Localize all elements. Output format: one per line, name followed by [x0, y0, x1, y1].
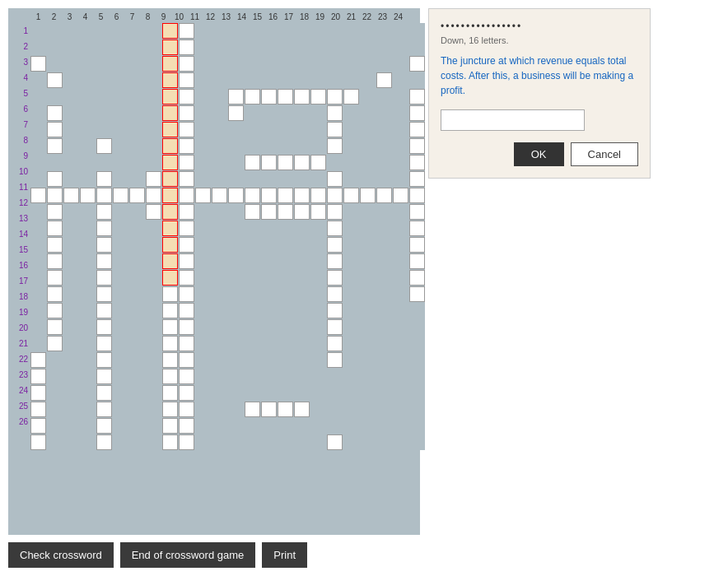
cell-10-24[interactable]: [409, 171, 425, 187]
cell-11-5[interactable]: [96, 188, 112, 203]
cell-18-9[interactable]: [162, 303, 178, 318]
cell-9-17[interactable]: [294, 155, 310, 170]
cell-26-19[interactable]: [327, 434, 343, 450]
cell-11-2[interactable]: [47, 188, 63, 203]
cell-4-10[interactable]: [179, 72, 194, 88]
cell-5-13[interactable]: [228, 89, 244, 105]
cell-16-19[interactable]: [327, 270, 343, 286]
cell-8-10[interactable]: [179, 138, 194, 154]
cell-11-7[interactable]: [129, 188, 145, 203]
cell-11-24[interactable]: [409, 188, 425, 203]
cell-24-17[interactable]: [294, 402, 310, 417]
cell-15-24[interactable]: [409, 253, 425, 269]
cell-20-10[interactable]: [179, 336, 194, 351]
cell-11-14[interactable]: [245, 188, 260, 203]
cell-12-16[interactable]: [278, 204, 293, 220]
cell-13-24[interactable]: [409, 221, 425, 236]
cell-21-9[interactable]: [162, 352, 178, 368]
cell-18-10[interactable]: [179, 303, 194, 318]
cell-6-9[interactable]: [162, 105, 178, 121]
cell-11-8[interactable]: [146, 188, 161, 203]
cell-20-2[interactable]: [47, 336, 63, 351]
cell-23-1[interactable]: [30, 385, 46, 401]
cell-1-9[interactable]: [162, 23, 178, 39]
cell-11-4[interactable]: [80, 188, 96, 203]
cell-11-16[interactable]: [278, 188, 293, 203]
cell-22-1[interactable]: [30, 369, 46, 384]
answer-input[interactable]: [441, 109, 585, 131]
cell-7-10[interactable]: [179, 122, 194, 137]
cell-10-9[interactable]: [162, 171, 178, 187]
cell-3-9[interactable]: [162, 56, 178, 72]
cell-24-5[interactable]: [96, 402, 112, 417]
cell-21-10[interactable]: [179, 352, 194, 368]
cell-10-2[interactable]: [47, 171, 63, 187]
cell-24-15[interactable]: [261, 402, 277, 417]
cell-21-19[interactable]: [327, 352, 343, 368]
cell-8-5[interactable]: [96, 138, 112, 154]
cell-11-12[interactable]: [212, 188, 227, 203]
cell-13-19[interactable]: [327, 221, 343, 236]
cell-4-2[interactable]: [47, 72, 63, 88]
cell-12-9[interactable]: [162, 204, 178, 220]
cell-12-18[interactable]: [310, 204, 326, 220]
cell-17-5[interactable]: [96, 286, 112, 302]
cell-12-19[interactable]: [327, 204, 343, 220]
cell-25-9[interactable]: [162, 418, 178, 434]
cell-19-5[interactable]: [96, 319, 112, 335]
cell-3-1[interactable]: [30, 56, 46, 72]
cell-24-14[interactable]: [245, 402, 260, 417]
cell-10-19[interactable]: [327, 171, 343, 187]
print-button[interactable]: Print: [262, 542, 307, 568]
cell-2-9[interactable]: [162, 39, 178, 55]
cell-4-9[interactable]: [162, 72, 178, 88]
cell-4-22[interactable]: [376, 72, 392, 88]
cell-18-2[interactable]: [47, 303, 63, 318]
cell-19-2[interactable]: [47, 319, 63, 335]
cell-20-5[interactable]: [96, 336, 112, 351]
cell-11-9[interactable]: [162, 188, 178, 203]
cell-11-21[interactable]: [360, 188, 376, 203]
cell-12-2[interactable]: [47, 204, 63, 220]
cell-5-19[interactable]: [327, 89, 343, 105]
cell-9-18[interactable]: [310, 155, 326, 170]
cell-11-23[interactable]: [393, 188, 408, 203]
cell-9-14[interactable]: [245, 155, 260, 170]
cell-10-5[interactable]: [96, 171, 112, 187]
ok-button[interactable]: OK: [514, 142, 564, 166]
cell-18-5[interactable]: [96, 303, 112, 318]
cell-25-5[interactable]: [96, 418, 112, 434]
cell-23-10[interactable]: [179, 385, 194, 401]
cell-11-6[interactable]: [113, 188, 128, 203]
cell-24-16[interactable]: [278, 402, 293, 417]
cell-19-10[interactable]: [179, 319, 194, 335]
cell-15-10[interactable]: [179, 253, 194, 269]
cell-14-2[interactable]: [47, 237, 63, 253]
cell-13-10[interactable]: [179, 221, 194, 236]
cell-26-9[interactable]: [162, 434, 178, 450]
cell-11-20[interactable]: [343, 188, 359, 203]
cell-21-5[interactable]: [96, 352, 112, 368]
cell-11-18[interactable]: [310, 188, 326, 203]
cell-24-1[interactable]: [30, 402, 46, 417]
cell-11-22[interactable]: [376, 188, 392, 203]
cell-8-9[interactable]: [162, 138, 178, 154]
cell-26-1[interactable]: [30, 434, 46, 450]
cell-11-19[interactable]: [327, 188, 343, 203]
cell-14-9[interactable]: [162, 237, 178, 253]
cell-19-9[interactable]: [162, 319, 178, 335]
cell-1-10[interactable]: [179, 23, 194, 39]
cell-15-9[interactable]: [162, 253, 178, 269]
cell-2-10[interactable]: [179, 39, 194, 55]
cell-26-10[interactable]: [179, 434, 194, 450]
cell-19-19[interactable]: [327, 319, 343, 335]
cell-7-2[interactable]: [47, 122, 63, 137]
cell-5-15[interactable]: [261, 89, 277, 105]
cell-5-20[interactable]: [343, 89, 359, 105]
cell-10-10[interactable]: [179, 171, 194, 187]
cell-6-10[interactable]: [179, 105, 194, 121]
cell-6-2[interactable]: [47, 105, 63, 121]
cell-24-9[interactable]: [162, 402, 178, 417]
cell-23-5[interactable]: [96, 385, 112, 401]
cell-5-9[interactable]: [162, 89, 178, 105]
